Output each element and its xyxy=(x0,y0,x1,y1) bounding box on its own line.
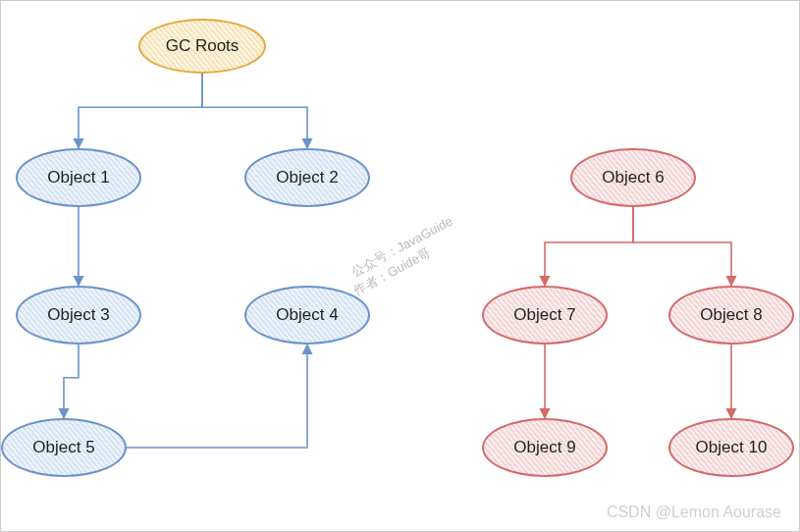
edge-gc_roots-obj1 xyxy=(79,74,202,148)
csdn-attribution: CSDN @Lemon Aourase xyxy=(607,504,781,521)
node-obj6: Object 6 xyxy=(570,148,696,207)
node-obj10: Object 10 xyxy=(668,418,794,477)
node-obj9: Object 9 xyxy=(482,418,608,477)
node-obj3: Object 3 xyxy=(16,286,141,345)
edge-obj6-obj7 xyxy=(545,207,633,286)
node-obj7: Object 7 xyxy=(482,286,608,345)
node-obj5: Object 5 xyxy=(1,418,127,477)
node-gc_roots: GC Roots xyxy=(138,19,266,74)
edge-obj6-obj8 xyxy=(633,207,731,286)
node-obj1: Object 1 xyxy=(16,148,141,207)
edge-obj5-obj4 xyxy=(127,345,307,448)
node-obj4: Object 4 xyxy=(244,286,370,345)
node-obj2: Object 2 xyxy=(244,148,370,207)
node-obj8: Object 8 xyxy=(668,286,794,345)
watermark-text: 公众号：JavaGuide 作者：Guide哥 xyxy=(334,197,464,300)
edge-gc_roots-obj2 xyxy=(202,74,307,148)
edge-obj3-obj5 xyxy=(64,345,79,418)
